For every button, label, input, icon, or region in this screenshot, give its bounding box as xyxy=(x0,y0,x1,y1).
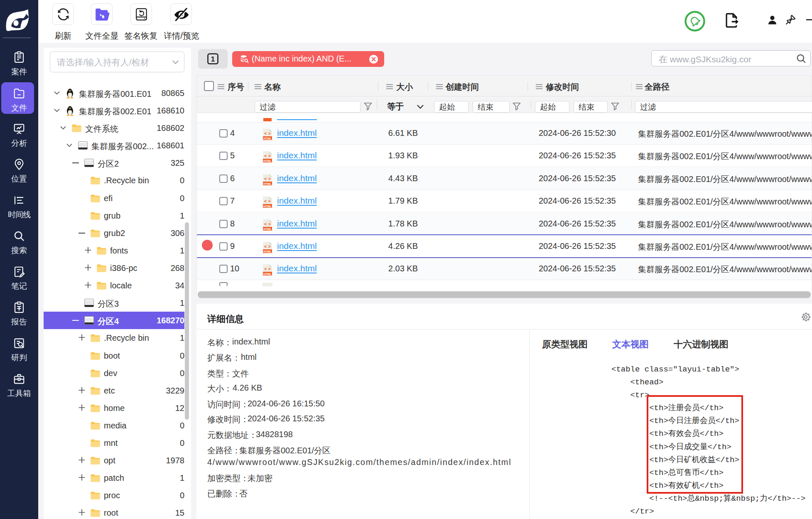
svg-text:< >: < > xyxy=(264,221,271,226)
svg-text:< >: < > xyxy=(264,131,271,136)
svg-text:HTML: HTML xyxy=(263,137,272,140)
svg-text:1: 1 xyxy=(211,55,215,63)
svg-text:HTML: HTML xyxy=(263,205,272,208)
svg-text:HTML: HTML xyxy=(263,160,272,162)
svg-text:HTML: HTML xyxy=(263,182,272,185)
svg-text:HTML: HTML xyxy=(263,227,272,230)
svg-text:< >: < > xyxy=(264,153,271,158)
svg-text:< >: < > xyxy=(264,199,271,204)
svg-text:< >: < > xyxy=(264,176,271,181)
svg-text:< >: < > xyxy=(264,244,271,249)
svg-text:< >: < > xyxy=(264,266,271,271)
svg-text:HTML: HTML xyxy=(263,250,272,253)
svg-text:HTML: HTML xyxy=(263,273,272,275)
